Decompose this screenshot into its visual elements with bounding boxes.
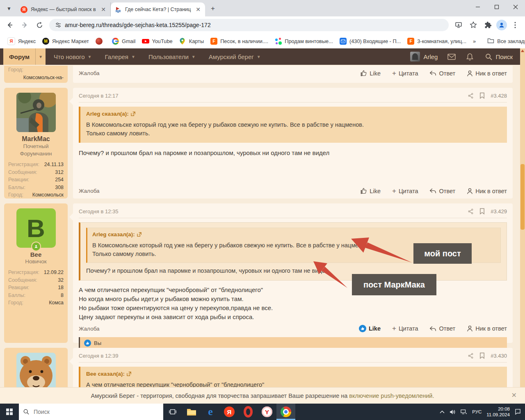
taskbar-clock[interactable]: 20:08 11.09.2024: [486, 406, 510, 418]
share-icon[interactable]: [468, 93, 474, 99]
bookmark-icon[interactable]: [479, 208, 485, 215]
extensions-icon[interactable]: [482, 18, 495, 32]
quote-button[interactable]: +Цитата: [392, 325, 418, 332]
search-input[interactable]: [33, 408, 159, 415]
task-view-button[interactable]: [163, 404, 182, 420]
quote-button[interactable]: +Цитата: [392, 70, 418, 77]
nav-item-whats-new[interactable]: Что нового▼: [49, 48, 96, 65]
post-timestamp[interactable]: Сегодня в 12:17: [79, 93, 118, 99]
chrome-button-active[interactable]: [276, 404, 295, 420]
yandex-app-button[interactable]: Я: [220, 404, 239, 420]
tab-close-icon[interactable]: ✕: [194, 6, 202, 13]
account-menu[interactable]: Arleg: [406, 52, 442, 62]
browser-tab-forum[interactable]: Где сейчас Кета? | Страница 1 ✕: [111, 2, 205, 16]
menu-dots-icon[interactable]: [509, 18, 522, 32]
scrollbar-thumb[interactable]: [520, 164, 525, 230]
volume-icon[interactable]: [450, 409, 456, 415]
bookmark-yandex[interactable]: ЯЯндекс: [4, 36, 39, 47]
bookmark-gmail[interactable]: Gmail: [109, 36, 139, 46]
action-center-icon[interactable]: [515, 409, 521, 415]
bookmarks-overflow-chevron[interactable]: »: [470, 37, 479, 46]
taskbar-search[interactable]: [19, 404, 163, 420]
inbox-envelope-icon[interactable]: [443, 48, 460, 65]
like-button-active[interactable]: Like: [359, 325, 381, 332]
user-avatar-markmac[interactable]: [16, 93, 56, 132]
edge-button[interactable]: e: [201, 404, 220, 420]
close-button[interactable]: [506, 0, 525, 14]
bookmark-farpost-2[interactable]: F3-комнатная, улиц...: [404, 36, 470, 46]
quote-author-link[interactable]: Arleg сказал(а):: [92, 231, 135, 237]
file-explorer-button[interactable]: [182, 404, 201, 420]
opera-button[interactable]: [239, 404, 258, 420]
send-to-device-icon[interactable]: [452, 18, 465, 32]
like-button[interactable]: Like: [360, 70, 381, 77]
network-icon[interactable]: [461, 409, 467, 415]
report-link[interactable]: Жалоба: [79, 326, 100, 332]
report-link[interactable]: Жалоба: [79, 188, 100, 194]
like-button[interactable]: Like: [360, 187, 381, 194]
site-info-icon[interactable]: [55, 22, 62, 28]
reply-button[interactable]: Ответ: [429, 188, 455, 194]
post-timestamp[interactable]: Сегодня в 12:39: [79, 353, 118, 359]
bookmark-star-icon[interactable]: [467, 18, 480, 32]
new-tab-button[interactable]: +: [208, 3, 218, 14]
username-link[interactable]: MarkMac: [8, 135, 64, 143]
all-bookmarks-button[interactable]: Все закладки: [484, 36, 525, 46]
bookmark-farpost-1[interactable]: FПесок, в наличии....: [207, 36, 272, 46]
reactions-bar[interactable]: Вы: [79, 337, 507, 349]
bookmark-mail-inbox[interactable]: (430) Входящие - П...: [336, 36, 404, 46]
post-timestamp[interactable]: Сегодня в 12:35: [79, 208, 118, 215]
address-bar[interactable]: amur-bereg.ru/threads/gde-sejchas-keta.1…: [49, 19, 449, 31]
yandex-browser-button[interactable]: Y: [258, 404, 276, 420]
back-icon[interactable]: [3, 18, 16, 32]
reload-icon[interactable]: [33, 18, 46, 32]
username-link[interactable]: Bee: [8, 251, 64, 258]
bookmark-youtube[interactable]: YouTube: [139, 36, 176, 46]
post-number-link[interactable]: #3.429: [491, 208, 507, 215]
alerts-bell-icon[interactable]: [461, 48, 478, 65]
page-scrollbar[interactable]: [520, 48, 525, 404]
quote-author-link[interactable]: Arleg сказал(а):: [86, 111, 129, 117]
share-icon[interactable]: [468, 208, 474, 215]
bookmark-icon[interactable]: [479, 352, 485, 359]
nav-item-forum[interactable]: Форум: [3, 48, 35, 65]
browser-tab-yandex[interactable]: Я Яндекс — быстрый поиск в ин ✕: [16, 2, 111, 16]
start-button[interactable]: [0, 404, 19, 420]
nav-forum-dropdown-icon[interactable]: ▼: [35, 48, 46, 65]
banner-link[interactable]: включение push-уведомлений.: [349, 393, 434, 399]
scroll-up-arrow-icon[interactable]: [521, 50, 524, 52]
bookmark-maps[interactable]: Карты: [176, 36, 207, 46]
quote-button[interactable]: +Цитата: [392, 188, 418, 194]
nick-in-reply-button[interactable]: Ник в ответ: [467, 325, 507, 332]
nav-item-amur-bereg[interactable]: Амурский берег▼: [204, 48, 266, 65]
search-button[interactable]: Поиск: [479, 48, 518, 65]
nick-in-reply-button[interactable]: Ник в ответ: [467, 188, 507, 194]
share-icon[interactable]: [468, 353, 474, 359]
bookmark-yandex-market[interactable]: MЯндекс Маркет: [39, 36, 92, 46]
reply-button[interactable]: Ответ: [429, 70, 455, 77]
bookmark-red-site[interactable]: [92, 36, 109, 46]
user-avatar-bear[interactable]: [16, 353, 56, 392]
nav-item-users[interactable]: Пользователи▼: [144, 48, 201, 65]
profile-avatar[interactable]: [496, 20, 507, 30]
bookmark-avito[interactable]: Продам винтовые...: [272, 36, 336, 46]
language-indicator[interactable]: РУС: [472, 409, 482, 414]
quote-author-link[interactable]: Bee сказал(а):: [86, 371, 125, 377]
forward-icon[interactable]: [18, 18, 31, 32]
tab-search-chevron-icon[interactable]: ▼: [3, 3, 15, 14]
tray-expand-chevron-icon[interactable]: [440, 410, 445, 413]
post-number-link[interactable]: #3.430: [491, 353, 507, 359]
report-link[interactable]: Жалоба: [79, 70, 100, 76]
reaction-users[interactable]: Вы: [94, 340, 101, 346]
nick-in-reply-button[interactable]: Ник в ответ: [467, 70, 507, 77]
minimize-button[interactable]: [468, 0, 487, 14]
reply-button[interactable]: Ответ: [429, 325, 455, 332]
url-text[interactable]: amur-bereg.ru/threads/gde-sejchas-keta.1…: [65, 22, 211, 28]
user-avatar-bee[interactable]: B: [16, 208, 56, 248]
post-number-link[interactable]: #3.428: [491, 93, 507, 99]
tab-close-icon[interactable]: ✕: [100, 6, 107, 13]
banner-close-icon[interactable]: ✕: [511, 391, 517, 399]
nav-item-gallery[interactable]: Галерея▼: [100, 48, 140, 65]
bookmark-icon[interactable]: [479, 92, 485, 99]
maximize-button[interactable]: [487, 0, 506, 14]
